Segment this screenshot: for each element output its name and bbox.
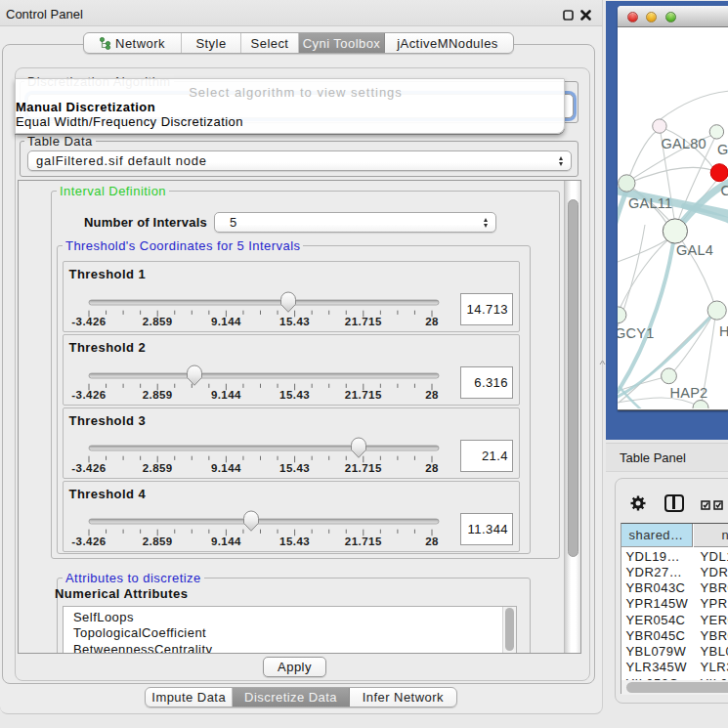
svg-text:GAL4: GAL4 — [676, 242, 713, 258]
svg-text:GAL11: GAL11 — [628, 195, 672, 211]
svg-text:HI: HI — [719, 323, 728, 339]
svg-text:GCY1: GCY1 — [618, 325, 655, 341]
svg-text:HAP2: HAP2 — [670, 385, 708, 401]
svg-text:CY: CY — [721, 183, 728, 198]
svg-text:GAL80: GAL80 — [662, 136, 707, 151]
svg-text:GAL: GAL — [717, 142, 728, 157]
